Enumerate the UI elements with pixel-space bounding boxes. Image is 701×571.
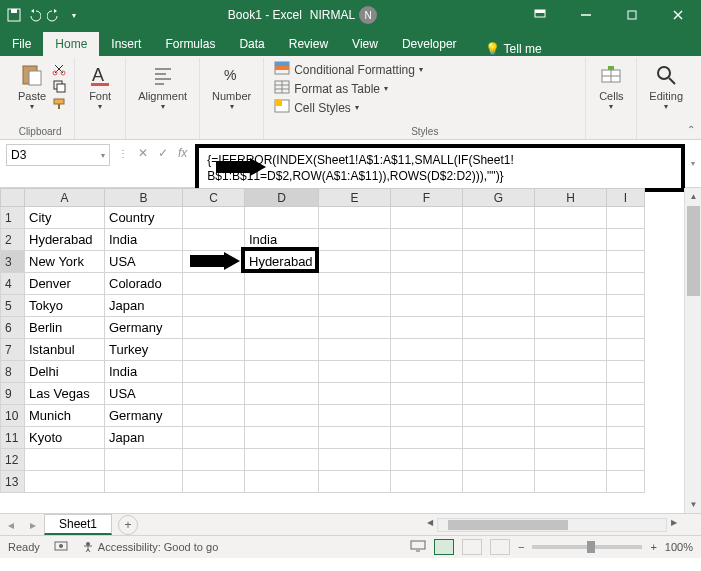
cell[interactable] — [391, 361, 463, 383]
cell[interactable] — [183, 471, 245, 493]
cell[interactable] — [607, 251, 645, 273]
col-header-A[interactable]: A — [25, 189, 105, 207]
cell[interactable] — [319, 361, 391, 383]
cell[interactable]: Japan — [105, 295, 183, 317]
sheet-tab[interactable]: Sheet1 — [44, 514, 112, 535]
cell[interactable] — [245, 449, 319, 471]
cell[interactable] — [607, 427, 645, 449]
cell-styles-button[interactable]: Cell Styles ▾ — [272, 98, 361, 117]
fx-icon[interactable]: fx — [178, 146, 187, 160]
cell[interactable]: Denver — [25, 273, 105, 295]
cell[interactable] — [391, 295, 463, 317]
cell[interactable] — [391, 317, 463, 339]
format-as-table-button[interactable]: Format as Table ▾ — [272, 79, 390, 98]
formula-dropdown-icon[interactable]: ⋮ — [118, 148, 128, 159]
cell[interactable] — [319, 229, 391, 251]
scroll-up-icon[interactable]: ▲ — [685, 188, 701, 205]
cell[interactable] — [391, 207, 463, 229]
col-header-F[interactable]: F — [391, 189, 463, 207]
vertical-scrollbar[interactable]: ▲ ▼ — [684, 188, 701, 513]
tab-review[interactable]: Review — [277, 32, 340, 56]
cell[interactable]: Istanbul — [25, 339, 105, 361]
sheet-nav-prev-icon[interactable]: ◂ — [0, 518, 22, 532]
cell[interactable]: Japan — [105, 427, 183, 449]
horizontal-scrollbar[interactable] — [437, 518, 667, 532]
cell[interactable] — [391, 449, 463, 471]
add-sheet-button[interactable]: + — [118, 515, 138, 535]
number-button[interactable]: % Number ▾ — [208, 60, 255, 113]
cell[interactable] — [535, 427, 607, 449]
ribbon-options-icon[interactable] — [517, 0, 563, 30]
enter-formula-icon[interactable]: ✓ — [158, 146, 168, 160]
cell[interactable] — [535, 251, 607, 273]
cell[interactable] — [183, 405, 245, 427]
col-header-C[interactable]: C — [183, 189, 245, 207]
cell[interactable] — [319, 295, 391, 317]
cell[interactable] — [105, 471, 183, 493]
row-header-3[interactable]: 3 — [1, 251, 25, 273]
cell[interactable] — [535, 273, 607, 295]
cell[interactable] — [463, 471, 535, 493]
scroll-right-icon[interactable]: ▶ — [667, 518, 681, 532]
cell[interactable] — [391, 273, 463, 295]
row-header-11[interactable]: 11 — [1, 427, 25, 449]
sheet-nav-next-icon[interactable]: ▸ — [22, 518, 44, 532]
cell[interactable] — [245, 361, 319, 383]
redo-icon[interactable] — [46, 7, 62, 23]
accessibility-status[interactable]: Accessibility: Good to go — [82, 541, 218, 553]
cell[interactable] — [463, 383, 535, 405]
scroll-thumb[interactable] — [687, 206, 700, 296]
cell[interactable] — [183, 449, 245, 471]
zoom-out-button[interactable]: − — [518, 541, 524, 553]
zoom-thumb[interactable] — [587, 541, 595, 553]
tab-view[interactable]: View — [340, 32, 390, 56]
cell[interactable] — [245, 339, 319, 361]
cell[interactable] — [391, 471, 463, 493]
cell[interactable] — [535, 207, 607, 229]
col-header-D[interactable]: D — [245, 189, 319, 207]
cell[interactable] — [463, 339, 535, 361]
cell[interactable] — [391, 383, 463, 405]
cell[interactable] — [535, 295, 607, 317]
tab-home[interactable]: Home — [43, 32, 99, 56]
copy-icon[interactable] — [52, 79, 66, 93]
zoom-in-button[interactable]: + — [650, 541, 656, 553]
cell[interactable] — [245, 383, 319, 405]
alignment-button[interactable]: Alignment ▾ — [134, 60, 191, 113]
conditional-formatting-button[interactable]: Conditional Formatting ▾ — [272, 60, 425, 79]
cell[interactable]: City — [25, 207, 105, 229]
zoom-level[interactable]: 100% — [665, 541, 693, 553]
row-header-2[interactable]: 2 — [1, 229, 25, 251]
scroll-thumb[interactable] — [448, 520, 568, 530]
cell[interactable] — [535, 229, 607, 251]
row-header-13[interactable]: 13 — [1, 471, 25, 493]
font-button[interactable]: A Font ▾ — [83, 60, 117, 113]
minimize-icon[interactable] — [563, 0, 609, 30]
cell[interactable] — [607, 471, 645, 493]
save-icon[interactable] — [6, 7, 22, 23]
cell[interactable] — [607, 383, 645, 405]
cell[interactable] — [463, 317, 535, 339]
cell-active[interactable]: Hyderabad — [245, 251, 319, 273]
row-header-1[interactable]: 1 — [1, 207, 25, 229]
cell[interactable] — [183, 317, 245, 339]
cell[interactable] — [319, 251, 391, 273]
cell[interactable] — [391, 229, 463, 251]
cell[interactable] — [463, 295, 535, 317]
cell[interactable] — [391, 427, 463, 449]
cell[interactable] — [391, 405, 463, 427]
cell[interactable] — [105, 449, 183, 471]
cell[interactable]: New York — [25, 251, 105, 273]
tab-insert[interactable]: Insert — [99, 32, 153, 56]
cell[interactable] — [183, 383, 245, 405]
undo-icon[interactable] — [26, 7, 42, 23]
cell[interactable] — [535, 339, 607, 361]
cell[interactable] — [245, 295, 319, 317]
cell[interactable] — [183, 361, 245, 383]
cell[interactable] — [463, 449, 535, 471]
macro-record-icon[interactable] — [54, 539, 68, 555]
row-header-10[interactable]: 10 — [1, 405, 25, 427]
cell[interactable] — [319, 449, 391, 471]
cells-button[interactable]: Cells ▾ — [594, 60, 628, 113]
cell[interactable] — [25, 449, 105, 471]
